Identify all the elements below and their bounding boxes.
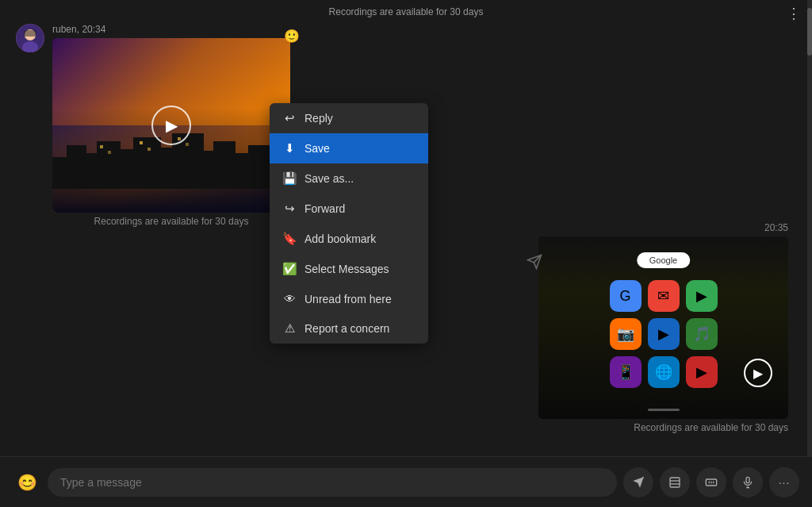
svg-rect-8: [118, 149, 136, 189]
app-icon-3: ▶: [686, 280, 718, 312]
svg-rect-18: [108, 151, 111, 154]
gif-icon: [705, 476, 718, 489]
svg-rect-22: [186, 143, 189, 146]
attach-icon: [668, 476, 681, 489]
mic-button[interactable]: [733, 467, 763, 497]
svg-rect-3: [24, 30, 36, 36]
avatar: [16, 24, 44, 52]
play-overlay[interactable]: ▶: [744, 359, 772, 387]
reply-icon: ↩: [282, 111, 297, 125]
app-icon-8: 🌐: [648, 356, 680, 388]
emoji-react-icon[interactable]: 🙂: [284, 29, 300, 44]
svg-rect-9: [133, 137, 161, 189]
save-as-label: Save as...: [304, 172, 354, 185]
emoji-icon: 😊: [17, 473, 37, 492]
forward-icon: ↪: [282, 202, 297, 216]
app-icon-2: ✉: [648, 280, 680, 312]
send-toolbar-icon: [632, 476, 645, 489]
sender-name: ruben: [52, 24, 77, 35]
phone-screen: Google G ✉ ▶ 📷 ▶ 🎵 📱 🌐 ▶ ▶: [538, 236, 788, 419]
svg-rect-19: [140, 141, 143, 144]
svg-rect-14: [233, 153, 251, 189]
avatar-image: [16, 24, 44, 52]
context-menu-item-report[interactable]: ⚠ Report a concern: [270, 313, 428, 344]
top-info-bar: Recordings are available for 30 days: [0, 6, 812, 17]
bookmark-icon: 🔖: [282, 232, 297, 246]
select-icon: ✅: [282, 262, 297, 276]
home-indicator: [648, 409, 680, 411]
video-caption-right: Recordings are available for 30 days: [634, 422, 788, 433]
svg-rect-5: [67, 145, 86, 189]
svg-rect-13: [213, 141, 236, 189]
context-menu-item-reply[interactable]: ↩ Reply: [270, 103, 428, 133]
top-info-text: Recordings are available for 30 days: [329, 6, 484, 17]
send-button-mid[interactable]: [527, 254, 542, 274]
context-menu-item-save-as[interactable]: 💾 Save as...: [270, 163, 428, 194]
select-label: Select Messages: [304, 263, 389, 275]
google-label: Google: [649, 255, 677, 265]
msg-content-left: ruben, 20:34: [52, 24, 290, 227]
svg-rect-15: [248, 145, 272, 189]
save-icon: ⬇: [282, 141, 297, 156]
save-as-icon: 💾: [282, 171, 297, 186]
more-dots: ···: [779, 476, 791, 489]
attach-button[interactable]: [660, 467, 690, 497]
context-menu: ↩ Reply ⬇ Save 💾 Save as... ↪ Forward 🔖 …: [270, 103, 428, 344]
mic-icon: [741, 476, 754, 489]
svg-rect-34: [746, 477, 749, 482]
svg-rect-27: [670, 478, 680, 487]
video-thumbnail-left[interactable]: ▶: [52, 38, 290, 213]
more-toolbar-button[interactable]: ···: [769, 467, 799, 497]
unread-icon: 👁: [282, 292, 297, 305]
emoji-button[interactable]: 😊: [13, 468, 41, 497]
context-menu-item-bookmark[interactable]: 🔖 Add bookmark: [270, 224, 428, 254]
send-button[interactable]: [623, 467, 653, 497]
scrollbar[interactable]: [807, 0, 812, 507]
avatar-svg: [16, 24, 44, 52]
app-icon-5: ▶: [648, 318, 680, 350]
message-right: 20:35 Google G ✉ ▶ 📷 ▶ 🎵 📱 🌐 ▶ ▶: [538, 222, 788, 433]
svg-marker-26: [633, 477, 643, 487]
app-icon-1: G: [610, 280, 642, 312]
app-icons-grid: G ✉ ▶ 📷 ▶ 🎵 📱 🌐 ▶: [610, 280, 718, 388]
reply-label: Reply: [304, 112, 333, 125]
video-caption-left: Recordings are available for 30 days: [52, 216, 290, 227]
report-label: Report a concern: [304, 322, 389, 335]
unread-label: Unread from here: [304, 293, 392, 305]
report-icon: ⚠: [282, 321, 297, 336]
play-button[interactable]: ▶: [151, 106, 191, 145]
context-menu-item-select[interactable]: ✅ Select Messages: [270, 254, 428, 284]
app-icon-4: 📷: [610, 318, 642, 350]
svg-rect-6: [84, 153, 98, 189]
more-options-button[interactable]: ⋮: [787, 5, 801, 22]
video-thumbnail-right[interactable]: Google G ✉ ▶ 📷 ▶ 🎵 📱 🌐 ▶ ▶: [538, 236, 788, 419]
sender-time: ruben, 20:34: [52, 24, 290, 35]
right-msg-time: 20:35: [764, 222, 788, 233]
forward-label: Forward: [304, 202, 345, 215]
send-icon: [527, 254, 542, 270]
save-label: Save: [304, 142, 330, 155]
bottom-toolbar: 😊 ···: [0, 456, 812, 507]
app-icon-6: 🎵: [686, 318, 718, 350]
svg-rect-17: [100, 145, 103, 148]
svg-rect-4: [52, 157, 68, 189]
app-icon-9: ▶: [686, 356, 718, 388]
sender-timestamp: 20:34: [82, 24, 105, 35]
context-menu-item-forward[interactable]: ↪ Forward: [270, 194, 428, 224]
context-menu-item-save[interactable]: ⬇ Save: [270, 133, 428, 163]
google-search-bar: Google: [637, 252, 690, 268]
app-icon-7: 📱: [610, 356, 642, 388]
svg-rect-20: [147, 148, 151, 151]
gif-button[interactable]: [696, 467, 726, 497]
context-menu-item-unread[interactable]: 👁 Unread from here: [270, 284, 428, 313]
message-input[interactable]: [48, 468, 617, 497]
bookmark-label: Add bookmark: [304, 232, 376, 245]
